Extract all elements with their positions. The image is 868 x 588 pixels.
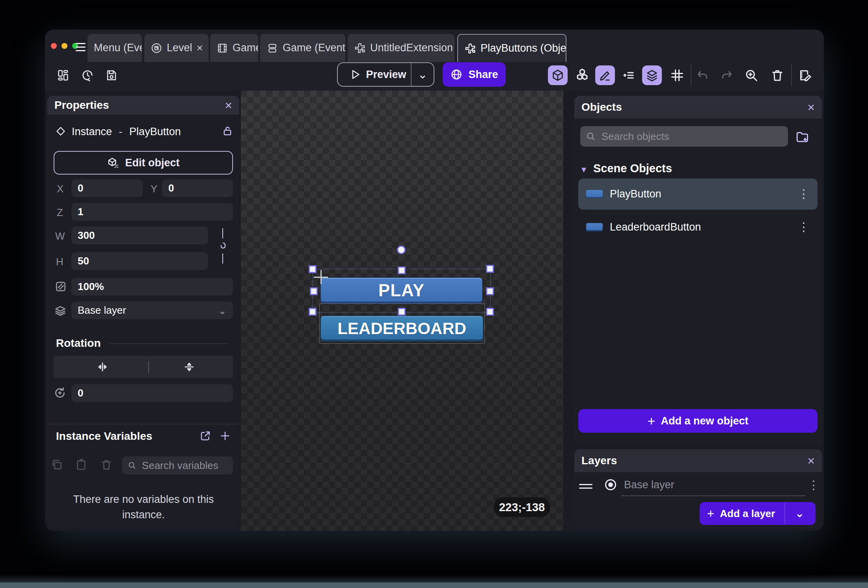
open-in-window-icon[interactable] <box>199 430 211 442</box>
close-icon[interactable]: × <box>197 43 203 54</box>
flip-vertical-icon[interactable] <box>183 361 196 373</box>
grid-button[interactable] <box>667 65 687 85</box>
close-icon[interactable]: × <box>807 101 815 114</box>
share-button[interactable]: Share <box>443 62 506 87</box>
traffic-light-close-button[interactable] <box>51 43 57 49</box>
chevron-down-icon: ⌄ <box>218 305 227 316</box>
instances-list-button[interactable] <box>619 65 639 85</box>
resize-handle-bottom-right[interactable] <box>486 308 494 316</box>
objects-panel: Objects × ▾ Scene Objects PlayButton ⋮ <box>574 96 822 445</box>
flip-horizontal-icon[interactable] <box>96 361 109 373</box>
object-row-playbutton[interactable]: PlayButton ⋮ <box>578 179 818 210</box>
divider <box>47 424 239 424</box>
preview-button[interactable]: Preview ⌄ <box>337 62 434 87</box>
scene-objects-group-label: Scene Objects <box>593 162 672 175</box>
resize-handle-bottom-left[interactable] <box>309 308 317 316</box>
h-field[interactable] <box>71 252 208 270</box>
add-folder-icon[interactable] <box>795 130 809 144</box>
add-variable-icon[interactable] <box>219 430 231 442</box>
w-field[interactable] <box>71 227 208 244</box>
close-icon[interactable]: × <box>225 99 232 112</box>
rotation-title: Rotation <box>56 337 101 350</box>
layers-mode-button[interactable] <box>642 65 662 85</box>
search-variables-box[interactable] <box>122 456 233 474</box>
chevron-down-icon[interactable]: ⌄ <box>412 69 434 80</box>
layer-name[interactable]: Base layer <box>624 479 674 491</box>
instance-title: Instance - PlayButton <box>72 126 181 138</box>
tab-untitled-extension[interactable]: UntitledExtension × <box>348 34 454 62</box>
layer-drag-handle[interactable] <box>579 482 592 491</box>
undo-button[interactable] <box>693 65 712 85</box>
resize-handle-top-left[interactable] <box>309 265 317 273</box>
leaderboard-button-object[interactable]: LEADERBOARD <box>320 316 483 341</box>
tab-playbuttons-object[interactable]: PlayButtons (Object) × <box>457 34 566 62</box>
edit-properties-button[interactable] <box>795 65 815 85</box>
tab-label: Menu (Events) <box>94 42 142 54</box>
search-objects-input[interactable] <box>601 130 782 143</box>
opacity-icon <box>54 280 67 293</box>
search-variables-input[interactable] <box>141 459 227 472</box>
x-field[interactable] <box>71 179 143 197</box>
add-layer-label: Add a layer <box>720 508 775 520</box>
tab-game[interactable]: Game × <box>210 34 258 62</box>
unlock-icon[interactable] <box>222 125 233 137</box>
top-bar: Menu (Events) × Level × Game × <box>45 30 824 91</box>
scene-icon <box>151 42 162 54</box>
leaderboard-button-label: LEADERBOARD <box>337 319 466 338</box>
tab-menu-events[interactable]: Menu (Events) × <box>88 34 142 62</box>
traffic-light-minimize-button[interactable] <box>61 43 67 49</box>
tab-game-events[interactable]: Game (Events) × <box>260 34 345 62</box>
kebab-menu-icon[interactable]: ⋮ <box>808 482 820 489</box>
layer-select[interactable]: Base layer ⌄ <box>71 301 233 319</box>
project-manager-button[interactable] <box>56 68 71 83</box>
globe-icon <box>450 68 463 81</box>
z-field[interactable] <box>71 203 233 221</box>
paste-icon[interactable] <box>75 458 88 471</box>
rotate-handle[interactable] <box>397 246 406 254</box>
delete-variable-icon[interactable] <box>100 458 113 471</box>
zoom-button[interactable] <box>741 65 761 85</box>
object-row-leaderboardbutton[interactable]: LeaderboardButton ⋮ <box>578 213 818 241</box>
y-field[interactable] <box>162 179 233 197</box>
hamburger-menu-button[interactable] <box>76 41 86 54</box>
cube-icon <box>551 69 564 82</box>
add-layer-button[interactable]: + Add a layer ⌄ <box>700 502 816 525</box>
layers-header: Layers × <box>574 449 822 472</box>
chevron-down-icon[interactable]: ⌄ <box>791 508 808 519</box>
instance-diamond-icon <box>55 126 66 137</box>
copy-icon[interactable] <box>50 458 63 471</box>
scene-canvas[interactable]: PLAY LEADERBOARD 223;-138 <box>241 91 563 531</box>
objects-mode-button[interactable] <box>572 65 592 85</box>
add-object-button[interactable]: + Add a new object <box>578 409 818 433</box>
search-objects-box[interactable] <box>580 126 788 147</box>
resize-handle-top-right[interactable] <box>486 265 494 273</box>
kebab-menu-icon[interactable]: ⋮ <box>798 190 810 198</box>
delete-button[interactable] <box>767 65 787 85</box>
render-mode-button[interactable] <box>548 65 568 85</box>
share-label: Share <box>468 69 498 81</box>
save-button[interactable] <box>104 68 119 83</box>
caret-down-icon[interactable]: ▾ <box>581 164 586 175</box>
layer-visibility-radio[interactable] <box>605 479 616 490</box>
save-icon <box>105 69 118 82</box>
search-icon <box>128 460 136 471</box>
kebab-menu-icon[interactable]: ⋮ <box>798 223 810 231</box>
radio-dot <box>608 482 613 487</box>
edit-object-button[interactable]: 2D Edit object <box>54 151 233 175</box>
edit-mode-button[interactable] <box>595 65 615 85</box>
opacity-field[interactable] <box>71 278 233 296</box>
layer-icon <box>54 304 67 317</box>
resize-handle-bottom-center[interactable] <box>398 308 406 316</box>
angle-field[interactable] <box>71 384 233 402</box>
link-dimensions-icon[interactable] <box>218 240 229 251</box>
resize-handle-top-center[interactable] <box>398 266 406 274</box>
resize-handle-middle-right[interactable] <box>486 287 494 295</box>
close-icon[interactable]: × <box>807 454 815 467</box>
cursor-coordinates: 223;-138 <box>499 501 545 514</box>
tab-level[interactable]: Level × <box>144 34 209 62</box>
cubes-icon <box>575 68 590 83</box>
tab-label: PlayButtons (Object) <box>481 42 566 54</box>
history-button[interactable] <box>80 68 95 83</box>
redo-button[interactable] <box>717 65 737 85</box>
resize-handle-middle-left[interactable] <box>310 287 318 295</box>
